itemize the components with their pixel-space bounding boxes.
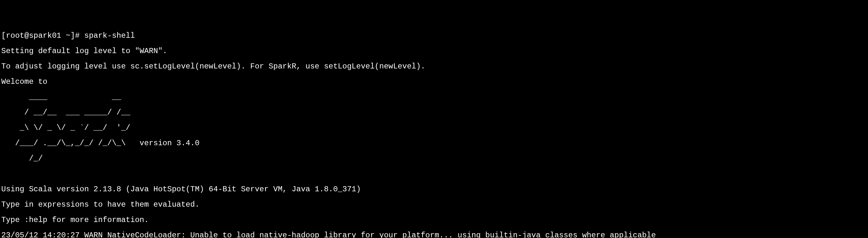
output-line: Welcome to bbox=[1, 78, 867, 86]
output-line: Type :help for more information. bbox=[1, 216, 867, 224]
output-line: Type in expressions to have them evaluat… bbox=[1, 201, 867, 209]
ascii-art-line: / __/__ ___ _____/ /__ bbox=[1, 109, 867, 116]
ascii-art-line: ____ __ bbox=[1, 93, 867, 101]
output-line: 23/05/12 14:20:27 WARN NativeCodeLoader:… bbox=[1, 232, 867, 238]
shell-prompt-line: [root@spark01 ~]# spark-shell bbox=[1, 32, 867, 40]
ascii-art-line: /_/ bbox=[1, 155, 867, 163]
ascii-art-line: _\ \/ _ \/ _ `/ __/ '_/ bbox=[1, 124, 867, 132]
shell-prompt: [root@spark01 ~]# bbox=[1, 31, 84, 40]
output-line: Setting default log level to "WARN". bbox=[1, 47, 867, 55]
shell-command: spark-shell bbox=[84, 31, 135, 40]
output-line: To adjust logging level use sc.setLogLev… bbox=[1, 63, 867, 70]
output-line: Using Scala version 2.13.8 (Java HotSpot… bbox=[1, 185, 867, 193]
output-line bbox=[1, 170, 867, 178]
ascii-art-line: /___/ .__/\_,_/_/ /_/\_\ version 3.4.0 bbox=[1, 139, 867, 147]
